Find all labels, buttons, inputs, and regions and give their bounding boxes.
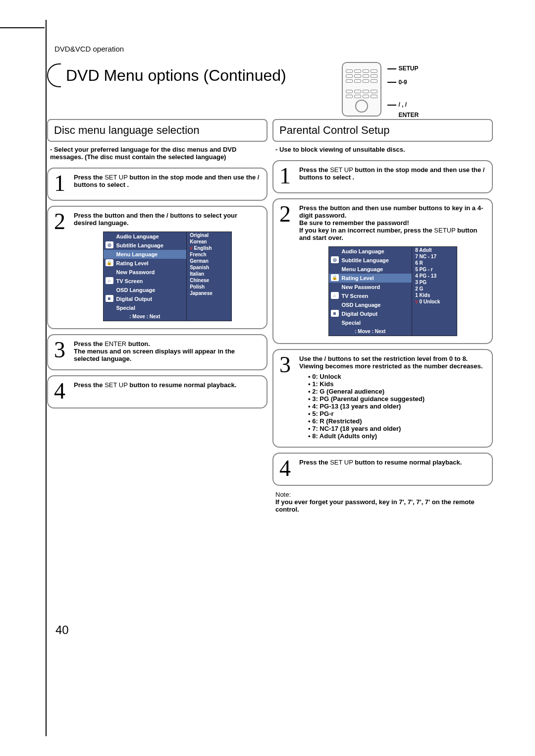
text: SET UP — [328, 459, 355, 466]
osd-option: 7 NC - 17 — [412, 253, 456, 260]
remote-label-arrows: / , / — [398, 101, 407, 108]
remote-label-enter: ENTER — [398, 112, 419, 118]
right-step-1: 1 Press the SET UP button in the stop mo… — [272, 160, 493, 193]
step-number: 3 — [54, 340, 69, 359]
osd-option: 8 Adult — [412, 247, 456, 253]
osd-item: TV Screen — [342, 293, 369, 299]
dpad-icon — [355, 100, 368, 113]
left-step-3: 3 Press the ENTER button. The menus and … — [47, 334, 268, 370]
text: Use the / buttons to set the restriction… — [299, 355, 482, 370]
osd-item: Rating Level — [342, 275, 374, 281]
left-step-1: 1 Press the SET UP button in the stop mo… — [47, 168, 268, 201]
rating-levels-list: 0: Unlock 1: Kids 2: G (General audience… — [308, 373, 486, 440]
remote-icon — [342, 62, 381, 116]
right-step-3: 3 Use the / buttons to set the restricti… — [272, 349, 493, 448]
digital-icon: ◙ — [106, 295, 113, 302]
section-heading-parental: Parental Control Setup — [272, 119, 493, 142]
osd-item: Special — [342, 320, 361, 326]
osd-option: Korean — [187, 238, 231, 245]
text: If you key in an incorrect number, press… — [299, 227, 432, 234]
osd-footer: : Move : Next — [329, 327, 412, 336]
osd-option: Chinese — [187, 277, 231, 284]
osd-option: Original — [187, 232, 231, 238]
text: Be sure to remember the password! — [299, 219, 409, 227]
tv-icon: ⌂ — [106, 277, 113, 284]
osd-option: German — [187, 258, 231, 264]
text: Press the — [74, 381, 103, 389]
right-intro: - Use to block viewing of unsuitable dis… — [275, 146, 490, 153]
osd-option: 4 PG - 13 — [412, 273, 456, 279]
text: SET UP — [103, 381, 130, 389]
text: button. — [128, 340, 150, 348]
osd-item: Audio Language — [342, 248, 384, 254]
osd-item: New Password — [116, 269, 155, 275]
text: Press the — [74, 174, 103, 181]
list-item: 4: PG-13 (13 years and older) — [308, 403, 486, 410]
lock-icon: 🔒 — [106, 259, 113, 266]
text: Press the button and then use number but… — [299, 204, 483, 219]
osd-option-selected: 0 Unlock — [412, 298, 456, 305]
osd-item: Digital Output — [342, 311, 378, 317]
osd-option: 2 G — [412, 286, 456, 292]
osd-option: French — [187, 251, 231, 258]
osd-item: TV Screen — [116, 278, 143, 284]
digital-icon: ◙ — [331, 310, 339, 317]
text: SETUP — [432, 227, 457, 234]
osd-item: Special — [116, 305, 136, 311]
osd-item: Subtitle Language — [342, 257, 389, 263]
margin-rule-vertical — [46, 20, 47, 736]
list-item: 5: PG-r — [308, 410, 486, 417]
left-intro: - Select your preferred language for the… — [50, 146, 265, 161]
step-number: 3 — [279, 355, 294, 374]
remote-labels: SETUP 0-9 / , / ENTER — [387, 62, 419, 118]
list-item: 6: R (Restricted) — [308, 417, 486, 425]
remote-label-numbers: 0-9 — [398, 79, 407, 86]
title-cap-decoration — [47, 63, 61, 87]
password-note: Note: If you ever forget your password, … — [275, 491, 490, 513]
osd-option: Japanese — [187, 290, 231, 296]
osd-option-selected: English — [187, 245, 231, 251]
osd-item: Digital Output — [116, 296, 153, 302]
step-number: 2 — [54, 212, 69, 231]
osd-item: Rating Level — [116, 260, 149, 266]
osd-option: Italian — [187, 271, 231, 277]
osd-item: Audio Language — [116, 233, 159, 239]
margin-rule-horizontal — [0, 27, 45, 28]
text: SET UP — [103, 174, 130, 181]
osd-option: Spanish — [187, 264, 231, 271]
osd-item: OSD Language — [342, 302, 381, 308]
osd-item: Menu Language — [116, 251, 158, 257]
text: The menus and on screen displays will ap… — [74, 348, 235, 362]
page-title-container: DVD Menu options (Continued) — [47, 63, 291, 87]
list-item: 0: Unlock — [308, 373, 486, 380]
list-item: 7: NC-17 (18 years and older) — [308, 425, 486, 432]
list-item: 2: G (General audience) — [308, 388, 486, 395]
text: button to resume normal playback. — [355, 459, 462, 466]
osd-option: 6 R — [412, 260, 456, 266]
text: Press the button and then the / buttons … — [74, 212, 237, 227]
right-step-2: 2 Press the button and then use number b… — [272, 198, 493, 344]
osd-option: 3 PG — [412, 279, 456, 286]
osd-option: Polish — [187, 284, 231, 290]
osd-item: New Password — [342, 284, 380, 290]
osd-footer: : Move : Next — [104, 312, 187, 321]
note-label: Note: — [275, 491, 291, 498]
breadcrumb: DVD&VCD operation — [54, 45, 124, 53]
lock-icon: 🔒 — [331, 274, 339, 281]
remote-label-setup: SETUP — [398, 65, 418, 72]
step-number: 4 — [54, 381, 69, 401]
right-step-4: 4 Press the SET UP button to resume norm… — [272, 453, 493, 486]
list-item: 3: PG (Parental guidance suggested) — [308, 395, 486, 403]
osd-option: 1 Kids — [412, 292, 456, 298]
left-step-4: 4 Press the SET UP button to resume norm… — [47, 375, 268, 408]
manual-page: DVD&VCD operation DVD Menu options (Cont… — [0, 0, 535, 756]
note-text: If you ever forget your password, key in… — [275, 498, 475, 513]
list-item: 8: Adult (Adults only) — [308, 432, 486, 440]
list-item: 1: Kids — [308, 380, 486, 388]
page-number: 40 — [55, 623, 69, 637]
disc-icon: ◎ — [331, 256, 339, 263]
step-number: 2 — [279, 204, 294, 224]
step-number: 1 — [54, 174, 69, 193]
disc-icon: ◎ — [106, 241, 113, 248]
osd-option: 5 PG - r — [412, 266, 456, 273]
